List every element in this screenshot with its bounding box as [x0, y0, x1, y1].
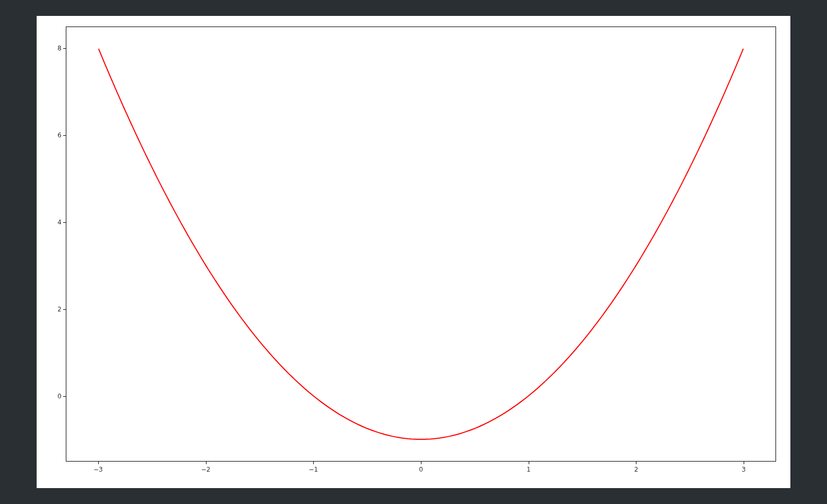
- y-tick-mark: [63, 135, 66, 136]
- x-tick-mark: [744, 462, 744, 464]
- x-tick-label-2: 2: [625, 466, 647, 473]
- y-tick-label-0: 0: [40, 393, 62, 400]
- x-tick-mark: [206, 462, 206, 464]
- x-tick-mark: [313, 462, 314, 464]
- x-tick-mark: [421, 462, 421, 464]
- y-tick-mark: [63, 396, 66, 397]
- x-tick-label-1: 1: [518, 466, 539, 473]
- x-tick-label-3: 3: [733, 466, 754, 473]
- x-tick-mark: [98, 462, 99, 464]
- x-tick-label-0: 0: [410, 466, 432, 473]
- y-tick-label-4: 4: [40, 219, 62, 226]
- x-tick-label-neg1: −1: [303, 466, 324, 473]
- line-series: [66, 27, 776, 461]
- x-tick-label-neg3: −3: [88, 466, 109, 473]
- y-tick-mark: [63, 222, 66, 223]
- x-tick-label-neg2: −2: [195, 466, 217, 473]
- plot-container: 8 6 4 2 0 −3 −2 −1 0 1 2 3: [37, 16, 790, 488]
- y-tick-label-2: 2: [40, 306, 62, 313]
- x-tick-mark: [636, 462, 636, 464]
- y-tick-label-8: 8: [40, 45, 62, 52]
- x-tick-mark: [529, 462, 529, 464]
- y-tick-label-6: 6: [40, 132, 62, 139]
- plot-area: [66, 27, 776, 462]
- y-tick-mark: [63, 309, 66, 310]
- y-tick-mark: [63, 48, 66, 49]
